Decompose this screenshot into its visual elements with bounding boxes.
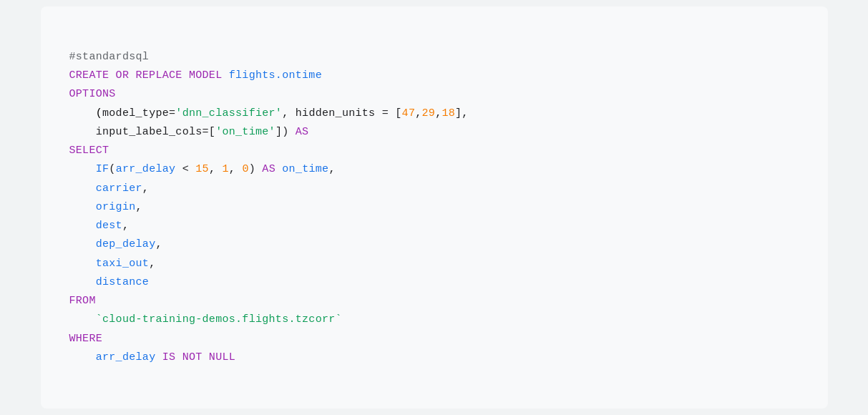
line-condition: arr_delay IS NOT NULL [69, 351, 236, 363]
line-if: IF(arr_delay < 15, 1, 0) AS on_time, [69, 163, 336, 175]
line-comment: #standardsql [69, 51, 150, 63]
line-carrier: carrier, [69, 182, 150, 195]
line-select: SELECT [69, 145, 109, 157]
line-distance: distance [69, 276, 150, 288]
line-options: OPTIONS [69, 88, 116, 100]
line-options-params: (model_type='dnn_classifier', hidden_uni… [69, 107, 469, 119]
line-taxi-out: taxi_out, [69, 258, 156, 270]
line-dep-delay: dep_delay, [69, 238, 162, 250]
line-origin: origin, [69, 201, 142, 213]
line-from: FROM [69, 295, 96, 307]
code-editor: #standardsql CREATE OR REPLACE MODEL fli… [41, 6, 828, 409]
line-create: CREATE OR REPLACE MODEL flights.ontime [69, 69, 322, 82]
line-options-label: input_label_cols=['on_time']) AS [69, 126, 309, 138]
line-where: WHERE [69, 333, 103, 345]
code-content: #standardsql CREATE OR REPLACE MODEL fli… [69, 29, 799, 386]
line-dest: dest, [69, 220, 130, 232]
line-table: `cloud-training-demos.flights.tzcorr` [69, 313, 342, 326]
